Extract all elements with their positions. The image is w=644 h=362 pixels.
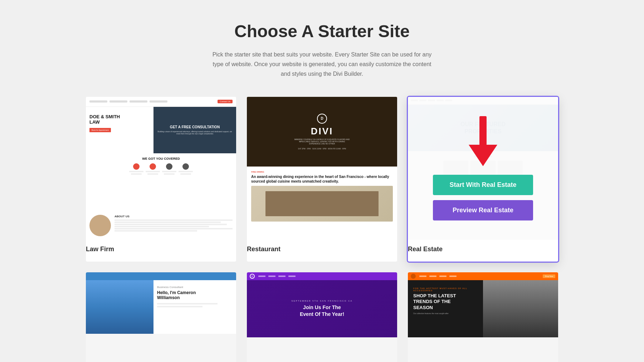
arrow-down-icon xyxy=(469,116,497,166)
card-preview-real-estate: OUR FEATUREDPROPERTIES Our Portfolio xyxy=(408,97,558,240)
starter-sites-grid: Contact Us DOE & SMITHLAW Book An Appoin… xyxy=(86,97,558,362)
card-preview-law-firm: Contact Us DOE & SMITHLAW Book An Appoin… xyxy=(86,97,236,240)
card-preview-event: D SEPTEMBER 5TH SAN FRANCISCO CA Join Us… xyxy=(247,272,397,362)
active-overlay-controls: Start With Real Estate Preview Real Esta… xyxy=(408,97,558,240)
card-law-firm[interactable]: Contact Us DOE & SMITHLAW Book An Appoin… xyxy=(86,97,236,262)
card-preview-shop: Shop Now FOR THE HOTTEST MUST-HAVES OF A… xyxy=(408,272,558,362)
card-shop[interactable]: Shop Now FOR THE HOTTEST MUST-HAVES OF A… xyxy=(408,272,558,362)
preview-real-estate-button[interactable]: Preview Real Estate xyxy=(433,200,533,220)
svg-rect-0 xyxy=(479,116,487,148)
card-label-real-estate: Real Estate xyxy=(408,240,558,256)
card-personal[interactable]: Business Consultant Hello, I'm CameronWi… xyxy=(86,272,236,362)
page-title: Choose A Starter Site xyxy=(86,21,558,41)
card-event[interactable]: D SEPTEMBER 5TH SAN FRANCISCO CA Join Us… xyxy=(247,272,397,362)
svg-marker-1 xyxy=(469,145,497,166)
card-label-restaurant: Restaurant xyxy=(247,240,397,256)
card-real-estate[interactable]: OUR FEATUREDPROPERTIES Our Portfolio xyxy=(408,97,558,262)
page-subtitle: Pick the starter site that best suits yo… xyxy=(208,50,436,79)
card-preview-restaurant: D DIVI IMMERSE YOURSELF IN A WORLD OF EX… xyxy=(247,97,397,240)
card-label-law-firm: Law Firm xyxy=(86,240,236,256)
start-with-real-estate-button[interactable]: Start With Real Estate xyxy=(433,175,533,195)
header: Choose A Starter Site Pick the starter s… xyxy=(86,21,558,79)
card-restaurant[interactable]: D DIVI IMMERSE YOURSELF IN A WORLD OF EX… xyxy=(247,97,397,262)
divi-logo: D xyxy=(317,114,327,124)
card-preview-personal: Business Consultant Hello, I'm CameronWi… xyxy=(86,272,236,362)
page-container: Choose A Starter Site Pick the starter s… xyxy=(72,0,572,362)
